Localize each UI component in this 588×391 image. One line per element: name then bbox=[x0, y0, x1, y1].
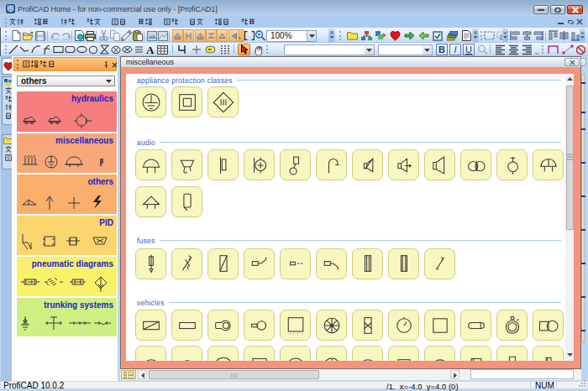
svg-text:A: A bbox=[146, 44, 155, 55]
